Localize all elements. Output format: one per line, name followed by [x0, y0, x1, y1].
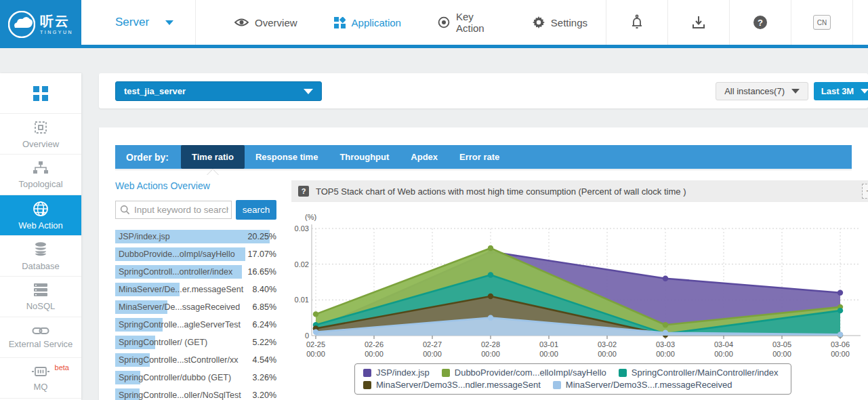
chart-header: ? TOP5 Stack chart of Web actions with m…: [291, 180, 868, 202]
sidebar-item-external-service[interactable]: External Service: [0, 317, 81, 358]
brand-name-en: TINGYUN: [40, 30, 73, 35]
svg-text:00:00: 00:00: [539, 350, 558, 358]
active-tab-pointer: [207, 169, 218, 175]
svg-text:03-01: 03-01: [539, 340, 558, 348]
order-tab-error-rate[interactable]: Error rate: [449, 145, 510, 169]
topology-icon: [33, 161, 49, 176]
order-by-bar: Order by: Time ratioResponse timeThrough…: [115, 145, 852, 169]
order-tab-response-time[interactable]: Response time: [245, 145, 329, 169]
brand-logo[interactable]: 听云 TINGYUN: [0, 0, 81, 48]
web-action-percent: 3.26%: [253, 369, 276, 386]
help-icon: ?: [753, 16, 767, 29]
data-point[interactable]: [313, 329, 318, 335]
svg-text:03-04: 03-04: [714, 340, 733, 348]
legend-item[interactable]: DubboProvider/com...elloImpl/sayHello: [442, 367, 606, 378]
web-action-percent: 16.65%: [248, 263, 276, 281]
language-switch[interactable]: CN: [791, 0, 852, 45]
data-point[interactable]: [488, 245, 493, 251]
brand-name-cn: 听云: [40, 14, 73, 28]
nav-item-overview[interactable]: Overview: [234, 17, 297, 28]
sidebar-item-apps-grid[interactable]: [0, 73, 81, 114]
nav-item-key-action[interactable]: Key Action: [438, 11, 496, 34]
time-range-dropdown[interactable]: Last 3M: [814, 82, 868, 100]
web-action-row[interactable]: SpringControlle...agleServerTest6.24%: [115, 316, 276, 334]
web-action-row[interactable]: SpringControll...ontroller/index16.65%: [115, 263, 276, 281]
svg-text:0.03: 0.03: [295, 224, 309, 233]
instances-dropdown[interactable]: All instances(7): [716, 82, 808, 100]
legend-swatch: [553, 381, 561, 389]
question-icon[interactable]: ?: [298, 186, 309, 197]
web-action-row[interactable]: SpringController/dubbo (GET)3.26%: [115, 369, 276, 386]
svg-text:00:00: 00:00: [714, 350, 733, 358]
legend-item[interactable]: MinaServer/Demo3S...ndler.messageSent: [363, 380, 541, 390]
data-point[interactable]: [838, 308, 843, 313]
sidebar-item-web-action[interactable]: Web Action: [0, 195, 81, 236]
nav-item-application[interactable]: Application: [334, 17, 401, 28]
chevron-down-icon: [861, 89, 868, 94]
sidebar-item-mq[interactable]: MQbeta: [0, 358, 81, 399]
svg-text:02-26: 02-26: [365, 340, 384, 348]
legend-swatch: [619, 369, 627, 377]
svg-text:03-05: 03-05: [772, 340, 791, 348]
web-action-name: SpringControlle...stController/xx: [119, 351, 238, 369]
search-input[interactable]: [115, 201, 232, 219]
sidebar-item-topological[interactable]: Topological: [0, 155, 81, 195]
instances-label: All instances(7): [724, 86, 785, 96]
order-tab-time-ratio[interactable]: Time ratio: [181, 145, 245, 169]
legend-swatch: [442, 369, 450, 377]
eye-icon: [234, 18, 249, 27]
web-action-percent: 20.25%: [248, 228, 276, 245]
expand-chart-button[interactable]: +: [862, 184, 868, 199]
web-action-row[interactable]: SpringControlle...stController/xx4.54%: [115, 351, 276, 369]
web-action-percent: 17.07%: [248, 245, 276, 263]
search-button[interactable]: search: [236, 200, 276, 220]
divider: [195, 0, 196, 45]
sidebar-item-nosql[interactable]: NoSQL: [0, 277, 81, 317]
navbar-accent-strip: [81, 45, 868, 48]
left-sidebar: OverviewTopologicalWeb ActionDatabaseNoS…: [0, 73, 81, 400]
legend-item[interactable]: MinaServer/Demo3S...r.messageReceived: [553, 380, 732, 390]
nav-item-settings[interactable]: Settings: [533, 16, 587, 28]
nav-item-label: Application: [352, 17, 401, 28]
svg-text:00:00: 00:00: [423, 350, 442, 358]
data-point[interactable]: [488, 315, 493, 320]
web-action-row[interactable]: JSP/index.jsp20.25%: [115, 228, 276, 245]
help-button[interactable]: ?: [729, 0, 791, 45]
web-action-row[interactable]: MinaServer/De...ssageReceived6.85%: [115, 298, 276, 316]
data-point[interactable]: [838, 332, 843, 337]
sidebar-item-overview[interactable]: Overview: [0, 114, 81, 155]
download-icon: [691, 15, 706, 30]
product-dropdown-label: Server: [115, 16, 149, 29]
server-select-dropdown[interactable]: test_jia_server: [115, 81, 322, 101]
data-point[interactable]: [488, 272, 493, 277]
database-icon: [33, 241, 49, 258]
web-action-row[interactable]: SpringControlle...oller/NoSqlTest3.20%: [115, 386, 276, 400]
grid-icon: [33, 86, 48, 101]
legend-item[interactable]: JSP/index.jsp: [363, 367, 430, 378]
data-point[interactable]: [663, 330, 668, 336]
web-action-row[interactable]: MinaServer/De...er.messageSent8.40%: [115, 281, 276, 298]
sidebar-item-database[interactable]: Database: [0, 236, 81, 277]
web-action-percent: 3.20%: [253, 386, 276, 400]
data-point[interactable]: [488, 294, 493, 299]
web-action-name: DubboProvide...oImpl/sayHello: [119, 245, 235, 263]
web-action-row[interactable]: DubboProvide...oImpl/sayHello17.07%: [115, 245, 276, 263]
download-button[interactable]: [667, 0, 729, 45]
legend-item[interactable]: SpringController/MainController/index: [619, 367, 779, 378]
data-point[interactable]: [313, 311, 318, 317]
data-point[interactable]: [838, 290, 843, 296]
legend-label: JSP/index.jsp: [376, 367, 430, 378]
order-by-label: Order by:: [115, 152, 181, 163]
product-dropdown[interactable]: Server: [115, 16, 173, 29]
web-action-row[interactable]: SpringController/ (GET)5.22%: [115, 334, 276, 351]
chart-legend: JSP/index.jspDubboProvider/com...elloImp…: [354, 363, 791, 395]
order-tab-throughput[interactable]: Throughput: [329, 145, 400, 169]
svg-text:02-28: 02-28: [481, 340, 500, 348]
order-tab-apdex[interactable]: Apdex: [400, 145, 449, 169]
time-range-label: Last 3M: [821, 86, 854, 96]
chart-panel: ? TOP5 Stack chart of Web actions with m…: [291, 180, 868, 369]
web-action-name: SpringController/ (GET): [119, 334, 207, 351]
data-point[interactable]: [663, 276, 668, 281]
notifications-button[interactable]: [606, 0, 667, 45]
data-point[interactable]: [663, 322, 668, 327]
